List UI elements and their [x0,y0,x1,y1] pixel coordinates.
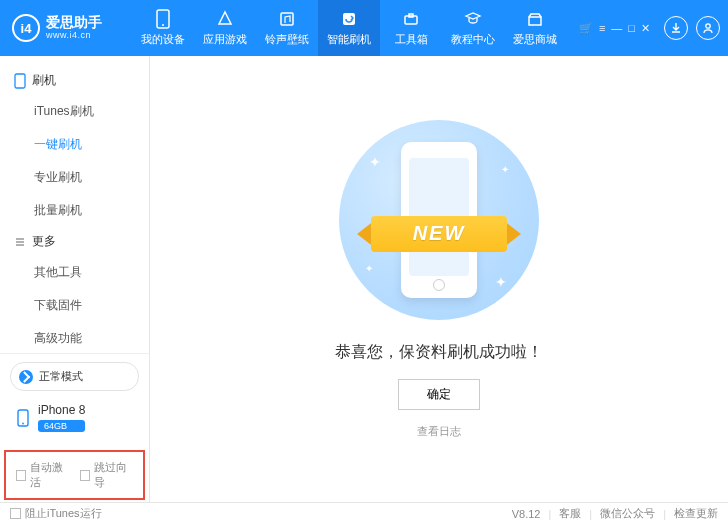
ok-button[interactable]: 确定 [398,379,480,410]
sidebar-item-download-firmware[interactable]: 下载固件 [0,289,149,322]
svg-point-10 [22,422,24,424]
view-log-link[interactable]: 查看日志 [417,424,461,439]
phone-icon [14,73,26,89]
statusbar: 阻止iTunes运行 V8.12 | 客服 | 微信公众号 | 检查更新 [0,502,728,524]
sidebar: 刷机 iTunes刷机 一键刷机 专业刷机 批量刷机 更多 其他工具 下载固件 … [0,56,150,502]
sidebar-group-more[interactable]: 更多 [0,227,149,256]
checkbox-label: 跳过向导 [94,460,133,490]
sidebar-group-flash[interactable]: 刷机 [0,66,149,95]
nav-label: 我的设备 [141,32,185,47]
brand-url: www.i4.cn [46,31,102,41]
sidebar-item-pro-flash[interactable]: 专业刷机 [0,161,149,194]
logo-icon: i4 [12,14,40,42]
maximize-button[interactable]: □ [628,22,635,34]
nav-apps[interactable]: 应用游戏 [194,0,256,56]
device-name: iPhone 8 [38,403,85,417]
sidebar-group-title: 刷机 [32,72,56,89]
svg-rect-2 [281,13,293,25]
mode-indicator[interactable]: 正常模式 [10,362,139,391]
brand-logo: i4 爱思助手 www.i4.cn [12,14,132,42]
nav-label: 教程中心 [451,32,495,47]
sidebar-item-batch-flash[interactable]: 批量刷机 [0,194,149,227]
svg-rect-8 [15,74,25,88]
svg-rect-3 [343,13,355,25]
nav-label: 智能刷机 [327,32,371,47]
checkbox-auto-activate[interactable]: 自动激活 [16,460,70,490]
ribbon-text: NEW [371,216,507,252]
refresh-icon [19,370,33,384]
success-message: 恭喜您，保资料刷机成功啦！ [335,342,543,363]
nav-store[interactable]: 爱思商城 [504,0,566,56]
nav-tutorial[interactable]: 教程中心 [442,0,504,56]
minimize-button[interactable]: — [611,22,622,34]
device-block[interactable]: iPhone 8 64GB [10,399,139,436]
window-controls: 🛒 ≡ — □ ✕ [579,22,650,35]
menu-icon[interactable]: ≡ [599,22,605,34]
mode-label: 正常模式 [39,369,83,384]
options-highlight: 自动激活 跳过向导 [4,450,145,500]
device-icon [14,409,32,427]
success-illustration: ✦ ✦ ✦ ✦ NEW [339,120,539,320]
sidebar-item-oneclick-flash[interactable]: 一键刷机 [0,128,149,161]
sidebar-group-title: 更多 [32,233,56,250]
svg-point-7 [706,24,710,28]
sidebar-item-other-tools[interactable]: 其他工具 [0,256,149,289]
checkbox-block-itunes[interactable]: 阻止iTunes运行 [10,506,102,521]
close-button[interactable]: ✕ [641,22,650,35]
brand-title: 爱思助手 [46,15,102,30]
svg-point-1 [162,24,164,26]
checkbox-label: 阻止iTunes运行 [25,506,102,521]
main-content: ✦ ✦ ✦ ✦ NEW 恭喜您，保资料刷机成功啦！ 确定 查看日志 [150,56,728,502]
download-icon[interactable] [664,16,688,40]
footer-link-update[interactable]: 检查更新 [674,506,718,521]
svg-rect-6 [529,17,541,25]
checkbox-label: 自动激活 [30,460,69,490]
storage-badge: 64GB [38,420,85,432]
nav-flash[interactable]: 智能刷机 [318,0,380,56]
list-icon [14,236,26,248]
footer-link-wechat[interactable]: 微信公众号 [600,506,655,521]
nav-label: 铃声壁纸 [265,32,309,47]
top-nav: 我的设备 应用游戏 铃声壁纸 智能刷机 工具箱 教程中心 爱思商城 [132,0,566,56]
nav-my-device[interactable]: 我的设备 [132,0,194,56]
footer-link-support[interactable]: 客服 [559,506,581,521]
nav-tools[interactable]: 工具箱 [380,0,442,56]
nav-label: 应用游戏 [203,32,247,47]
version-label: V8.12 [512,508,541,520]
nav-label: 工具箱 [395,32,428,47]
nav-ringtone[interactable]: 铃声壁纸 [256,0,318,56]
cart-icon[interactable]: 🛒 [579,22,593,35]
sidebar-item-advanced[interactable]: 高级功能 [0,322,149,353]
sidebar-item-itunes-flash[interactable]: iTunes刷机 [0,95,149,128]
nav-label: 爱思商城 [513,32,557,47]
user-icon[interactable] [696,16,720,40]
checkbox-skip-guide[interactable]: 跳过向导 [80,460,134,490]
titlebar: i4 爱思助手 www.i4.cn 我的设备 应用游戏 铃声壁纸 智能刷机 工具… [0,0,728,56]
new-ribbon: NEW [357,212,521,256]
